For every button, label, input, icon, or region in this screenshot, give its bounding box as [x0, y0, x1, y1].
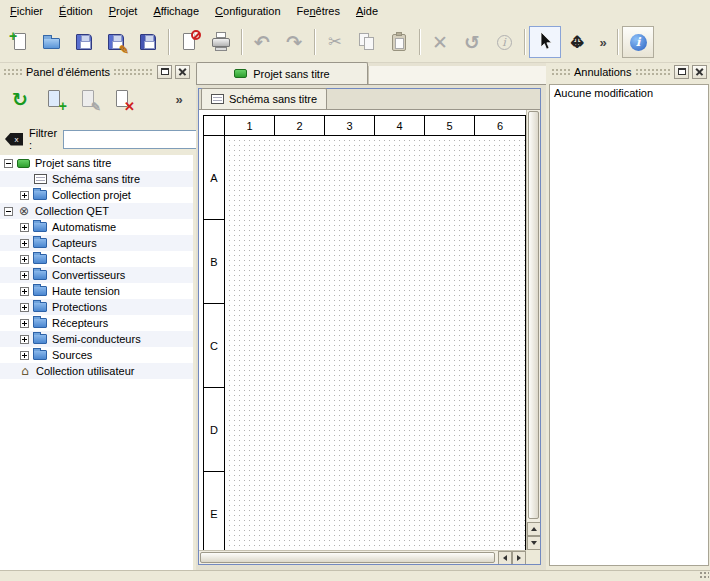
column-headers: 1 2 3 4 5 6 — [204, 116, 525, 136]
toolbar-overflow-button[interactable]: » — [593, 26, 613, 58]
expand-expander-icon[interactable] — [20, 255, 29, 264]
select-tool-button[interactable] — [529, 26, 561, 58]
panel-overflow-button[interactable]: » — [170, 84, 188, 114]
filter-row: x Filtrer : — [0, 127, 193, 151]
tree-item-capteurs[interactable]: Capteurs — [0, 235, 193, 251]
h-scroll-thumb[interactable] — [200, 552, 495, 563]
cursor-arrow-icon — [533, 30, 557, 54]
copy-icon — [355, 30, 379, 54]
save-as-icon: ✎ — [104, 30, 128, 54]
expand-expander-icon[interactable] — [20, 239, 29, 248]
delete-element-button[interactable]: ✕ — [107, 84, 137, 114]
dock-float-button[interactable] — [674, 65, 689, 79]
expand-expander-icon[interactable] — [20, 191, 29, 200]
tree-item-haute-tension[interactable]: Haute tension — [0, 283, 193, 299]
save-all-button[interactable] — [132, 26, 164, 58]
expand-expander-icon[interactable] — [20, 287, 29, 296]
diagram-grid[interactable] — [225, 136, 525, 556]
menu-bar: Fichier Édition Projet Affichage Configu… — [0, 0, 710, 22]
menu-fenetres[interactable]: Fenêtres — [289, 2, 348, 20]
new-project-button[interactable]: + — [4, 26, 36, 58]
v-scroll-thumb[interactable] — [528, 111, 539, 519]
tree-item-collection-utilisateur[interactable]: ⌂Collection utilisateur — [0, 363, 193, 379]
dock-float-button[interactable] — [157, 65, 172, 79]
menu-edition[interactable]: Édition — [51, 2, 101, 20]
collapse-expander-icon[interactable] — [4, 207, 13, 216]
menu-fichier[interactable]: Fichier — [2, 2, 51, 20]
close-icon — [695, 67, 704, 76]
print-button[interactable] — [205, 26, 237, 58]
tree-item-collection-qet[interactable]: ⊗Collection QET — [0, 203, 193, 219]
tree-item-schema-sans-titre[interactable]: Schéma sans titre — [0, 171, 193, 187]
collapse-expander-icon[interactable] — [4, 159, 13, 168]
rotate-button[interactable]: ↺ — [456, 26, 488, 58]
expand-expander-icon[interactable] — [20, 271, 29, 280]
tab-projet-sans-titre[interactable]: Projet sans titre — [196, 62, 368, 84]
tree-item-recepteurs[interactable]: Récepteurs — [0, 315, 193, 331]
save-as-button[interactable]: ✎ — [100, 26, 132, 58]
copy-button[interactable] — [351, 26, 383, 58]
float-window-icon — [678, 68, 686, 75]
delete-button[interactable]: ✕ — [424, 26, 456, 58]
cut-button[interactable]: ✂ — [319, 26, 351, 58]
close-icon — [178, 67, 187, 76]
horizontal-scrollbar[interactable] — [199, 550, 526, 564]
refresh-icon: ↻ — [8, 87, 32, 111]
tree-item-projet-sans-titre[interactable]: Projet sans titre — [0, 155, 193, 171]
scroll-down-button[interactable] — [527, 536, 540, 550]
scroll-right-button[interactable] — [512, 551, 526, 564]
menu-projet[interactable]: Projet — [101, 2, 146, 20]
menu-affichage[interactable]: Affichage — [145, 2, 207, 20]
undo-list-item[interactable]: Aucune modification — [550, 85, 708, 101]
dock-grip — [3, 68, 23, 76]
undo-panel-titlebar[interactable]: Annulations — [548, 63, 710, 80]
tree-item-semi-conducteurs[interactable]: Semi-conducteurs — [0, 331, 193, 347]
expand-expander-icon[interactable] — [20, 319, 29, 328]
move-tool-button[interactable]: ↔↕ — [561, 26, 593, 58]
undo-button[interactable]: ↶ — [246, 26, 278, 58]
elements-panel-titlebar[interactable]: Panel d'éléments — [0, 63, 193, 80]
resize-grip-icon[interactable] — [699, 571, 709, 580]
expand-expander-icon[interactable] — [20, 335, 29, 344]
triangle-up-icon — [531, 527, 537, 531]
open-project-button[interactable] — [36, 26, 68, 58]
tree-item-contacts[interactable]: Contacts — [0, 251, 193, 267]
tree-item-sources[interactable]: Sources — [0, 347, 193, 363]
menu-configuration[interactable]: Configuration — [207, 2, 288, 20]
element-info-button[interactable]: i — [488, 26, 520, 58]
scroll-up-button[interactable] — [527, 522, 540, 536]
tree-item-protections[interactable]: Protections — [0, 299, 193, 315]
new-element-button[interactable]: + — [39, 84, 69, 114]
expand-expander-icon[interactable] — [20, 351, 29, 360]
filter-input[interactable] — [63, 130, 213, 149]
redo-button[interactable]: ↷ — [278, 26, 310, 58]
mdi-area: Schéma sans titre 1 2 3 4 5 6 — [196, 85, 546, 570]
close-file-button[interactable] — [173, 26, 205, 58]
qet-collection-icon: ⊗ — [17, 204, 31, 218]
tree-item-collection-projet[interactable]: Collection projet — [0, 187, 193, 203]
dock-close-button[interactable] — [692, 65, 707, 79]
expand-expander-icon[interactable] — [20, 223, 29, 232]
new-file-icon: + — [8, 30, 32, 54]
paste-button[interactable] — [383, 26, 415, 58]
about-button[interactable]: i — [622, 26, 654, 58]
undo-history-list: Aucune modification — [549, 84, 709, 566]
clear-filter-icon[interactable]: x — [5, 133, 23, 146]
row-header: C — [204, 304, 225, 388]
scroll-left-button[interactable] — [498, 551, 512, 564]
vertical-scrollbar[interactable] — [526, 110, 540, 550]
dock-close-button[interactable] — [175, 65, 190, 79]
tree-item-convertisseurs[interactable]: Convertisseurs — [0, 267, 193, 283]
save-button[interactable] — [68, 26, 100, 58]
diagram-canvas[interactable]: 1 2 3 4 5 6 A B C D — [199, 110, 540, 564]
menu-aide[interactable]: Aide — [348, 2, 386, 20]
edit-element-button[interactable]: ✎ — [73, 84, 103, 114]
tab-schema-sans-titre[interactable]: Schéma sans titre — [201, 88, 327, 109]
tree-item-automatisme[interactable]: Automatisme — [0, 219, 193, 235]
expand-expander-icon[interactable] — [20, 303, 29, 312]
chevron-right-icon: » — [175, 92, 182, 107]
reload-collections-button[interactable]: ↻ — [5, 84, 35, 114]
undo-panel-title: Annulations — [574, 66, 632, 78]
row-header: D — [204, 388, 225, 472]
row-headers: A B C D E — [204, 136, 225, 556]
